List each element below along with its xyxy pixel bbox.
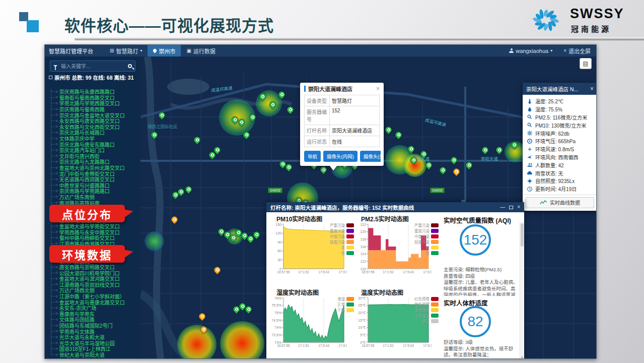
minimize-icon[interactable]: — [500, 205, 505, 210]
tree-item[interactable]: ○中胜世家与兴盛路路口 [50, 183, 140, 189]
tree-item[interactable]: ○崇庆北路与九龙路路口 [50, 159, 140, 165]
tree-item[interactable]: ○学苑北路与学苑西路交叉口 [50, 100, 140, 106]
tree-item[interactable]: ○万达广场西北侧 [50, 287, 140, 293]
tree-item[interactable]: ○江源南路与崇双旧线交叉口 [50, 282, 140, 288]
camera-intranet-button[interactable]: 摄像头(内网) [323, 151, 357, 162]
exit-fullscreen-button[interactable]: × 退出全屏 [558, 45, 596, 56]
nav-item-label: 运行数据 [193, 47, 216, 55]
tree-item[interactable]: ○唐安西路与崇明路交叉口 [50, 264, 140, 270]
popup-row: 设备类型智慧路灯 [304, 95, 380, 106]
road-badge: G4202 [268, 188, 282, 193]
user-menu[interactable]: wangxiaohua ▾ [504, 45, 558, 56]
tree-root[interactable]: 崇州市 总数: 99 在线: 68 离线: 31 [49, 74, 137, 81]
chevron-down-icon: ▾ [140, 48, 142, 53]
lamp-icon: ○ [55, 347, 58, 351]
callout-point-distribution: 点位分布 [49, 205, 125, 222]
tree-item[interactable]: ○崇庆南路与学苑路路口 [50, 188, 140, 194]
tree-item[interactable]: ○团结路与东城国际2号门 [50, 323, 140, 329]
tree-item[interactable]: ○崇庆南路与永康西路路口 [50, 89, 140, 95]
tree-item[interactable]: ○文体路与团结路 [50, 317, 140, 323]
tree-item[interactable]: ○崇庆南路与蜀南西路 [50, 106, 140, 112]
tree-item[interactable]: ○崇庆北路与长城路口 [50, 130, 140, 136]
tree-item[interactable]: ○晋康南与学苑东 [50, 311, 140, 317]
tree-item-label: 江源中路（第七小学斜对面） [59, 293, 125, 299]
tree-item[interactable]: ○永安西路与唐安西路交叉口 [50, 118, 140, 124]
tree-item[interactable]: ○龙门中街与金带街交叉口 [50, 170, 140, 176]
close-icon[interactable]: × [590, 86, 594, 92]
lamp-icon: ○ [55, 353, 58, 357]
filter-icon[interactable] [53, 65, 57, 68]
legend-item: 中度污染 [330, 233, 354, 239]
tree-item[interactable]: ○金盆地大道与崇州北路交叉口 [50, 165, 140, 171]
tree-item[interactable]: ○金盆地大道与滨河路交叉口 [50, 276, 140, 282]
logo-company-text: 冠南能源 [571, 23, 611, 34]
chart-legend: 红色预警橙色预警黄色预警正常温度寒冷 [414, 296, 439, 324]
scrollbar-thumb[interactable] [521, 223, 524, 247]
map-layers-button[interactable]: ▤ [580, 58, 592, 69]
tree-item[interactable]: ○金盆地大道与学苑街交叉口 [50, 223, 140, 229]
tree-item[interactable]: ○国道318至F1-上林西江 [50, 346, 140, 352]
search-icon[interactable] [128, 64, 132, 68]
realtime-curve-button[interactable]: 实时曲线数据 [526, 197, 594, 208]
legend-label: 轻度污染 [330, 239, 345, 245]
tree-item[interactable]: ○崇庆北路汽车站门口 [50, 147, 140, 153]
tree-item[interactable]: ○文井街与唐兴西街 [50, 153, 140, 159]
tree-item[interactable]: ○光华大道与羊马湿地公园 [50, 340, 140, 346]
tree-item[interactable]: ○永安西路与文化西街交叉口 [50, 124, 140, 130]
tree-item[interactable]: ○万达广场东南侧 [50, 194, 140, 200]
collapse-box-icon[interactable] [49, 76, 52, 79]
nav-item-streetlight[interactable]: ⊞ 智慧路灯 ▾ [104, 45, 148, 56]
callout-label: 环境数据 [62, 246, 112, 262]
legend-label: 潮湿 [337, 296, 345, 301]
navigate-button[interactable]: 导航 [304, 151, 321, 162]
nav-item-rundata[interactable]: ▣ 运行数据 [181, 45, 221, 56]
panel-scrollbar[interactable]: ▼ [520, 222, 524, 359]
tree-item[interactable]: ○世纪大道与崇阳大道 [50, 352, 140, 358]
scroll-down-icon[interactable]: ▼ [520, 356, 524, 359]
lamp-icon: ○ [55, 195, 58, 199]
popup-pointer [329, 165, 337, 170]
env-reading-text: 自然照度: 9235Lx [535, 177, 575, 185]
tree-item[interactable]: ○文体路崇庆中学 [50, 136, 140, 142]
popup-row: 灯杆名称崇阳大道澜峰酒店 [304, 125, 380, 136]
lamp-icon: ○ [55, 318, 58, 322]
env-reading-row: 环境风向: 西南偏西 [527, 153, 593, 161]
tree-item[interactable]: ○金盆地大道与晋康北路交叉口 [50, 299, 140, 305]
camera-internet-button[interactable]: 摄像头(外网) [360, 151, 381, 162]
lamp-icon: ○ [55, 201, 58, 205]
slide: 软件核心——可视化展现方式 SWSSY 冠南能源 智慧路灯管理平台 ⊞ 智慧路灯… [0, 0, 644, 363]
data-panel-header: 灯杆名称: 崇阳大道澜峰酒店，服务器编号: 152 实时数据曲线 — × [266, 202, 524, 212]
aqi-info-line: 温馨提示: 儿童、老年人及心脏病、呼吸系统疾病患者避免长时间、高强度的户外锻炼，… [444, 279, 519, 296]
tree-item[interactable]: ○公园大道四川机电学院门口 [50, 270, 140, 276]
svg-text:17:1:52: 17:1:52 [383, 344, 394, 347]
tree-item[interactable]: ○光华大道与永和大道 [50, 334, 140, 340]
lamp-icon: ○ [55, 148, 58, 152]
env-reading-row: 人群数量: 42 [527, 161, 593, 169]
tree-item[interactable]: ○蜀南街与蜀南西路交叉口 [50, 95, 140, 101]
tree-item-label: 崇庆北路汽车站门口 [59, 147, 105, 153]
lamp-icon: ○ [55, 341, 58, 345]
tree-item[interactable]: ○崇庆北路与唐安东路路口 [50, 141, 140, 147]
tree-item[interactable]: ○江源中路（第七小学斜对面） [50, 293, 140, 299]
tree-item[interactable]: ○学苑南与文体路 [50, 328, 140, 334]
restore-icon[interactable] [509, 206, 513, 209]
tree-item[interactable]: ○光华大道二桥出口对面 [50, 357, 140, 358]
tree-connector [51, 278, 54, 279]
legend-swatch [431, 223, 439, 227]
nav-item-label: 崇州市 [159, 47, 175, 55]
close-icon[interactable]: × [376, 86, 380, 92]
tree-item[interactable]: ○蜀州中路与杨柳街交叉口 [50, 235, 140, 241]
app-window: 智慧路灯管理平台 ⊞ 智慧路灯 ▾ 崇州市 ▣ 运行数据 wangxiaohua… [44, 44, 597, 359]
tree-item[interactable]: ○永安东-崇庆广场 [50, 305, 140, 311]
tree-item[interactable]: ○崇庆北路与金盆地大道交叉口 [50, 112, 140, 118]
nav-item-city[interactable]: 崇州市 [148, 45, 181, 56]
tree-item[interactable]: ○学苑西路与永安中路交叉口 [50, 229, 140, 235]
tree-item[interactable]: ○无名道路与西郊路交叉口 [50, 176, 140, 183]
exit-fullscreen-label: 退出全屏 [568, 47, 591, 55]
legend-label: 红色预警 [414, 296, 430, 301]
close-icon[interactable]: × [517, 205, 520, 210]
svg-text:120: 120 [275, 231, 281, 235]
legend-label: 重度污染 [414, 228, 430, 233]
thermometer-icon [527, 98, 533, 104]
search-input[interactable] [60, 63, 125, 70]
